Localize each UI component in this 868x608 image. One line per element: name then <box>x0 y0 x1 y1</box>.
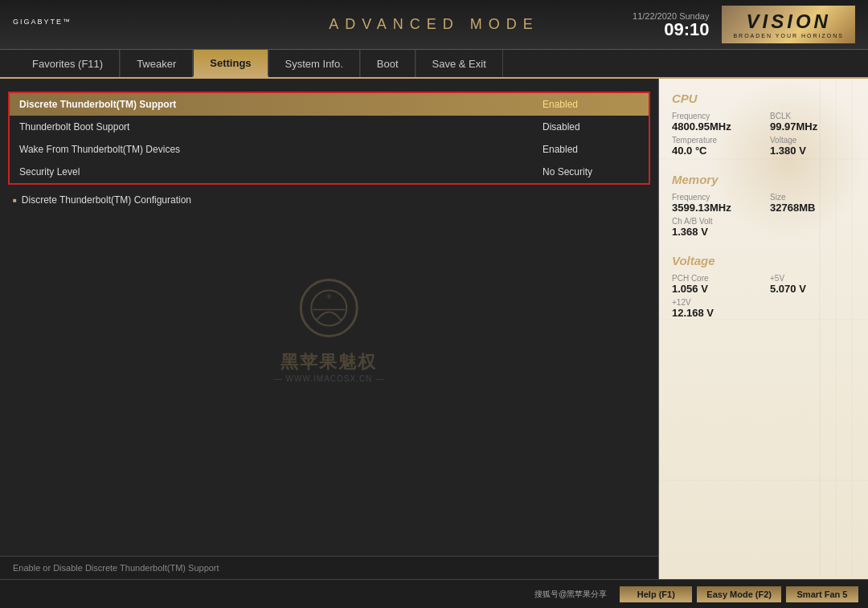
setting-value-wake-thunderbolt: Enabled <box>542 144 639 155</box>
setting-row-thunderbolt-boot[interactable]: Thunderbolt Boot Support Disabled <box>10 116 649 138</box>
tab-system-info[interactable]: System Info. <box>268 50 360 77</box>
cpu-section: CPU Frequency 4800.95MHz BCLK 99.97MHz T… <box>672 92 855 157</box>
voltage-section-title: Voltage <box>672 254 855 267</box>
setting-label-wake-thunderbolt: Wake From Thunderbolt(TM) Devices <box>19 144 542 155</box>
cpu-section-title: CPU <box>672 92 855 105</box>
submenu-thunderbolt-config[interactable]: Discrete Thunderbolt(TM) Configuration <box>0 190 658 210</box>
help-text: Enable or Disable Discrete Thunderbolt(T… <box>0 556 658 579</box>
vision-title: VISION <box>733 10 844 33</box>
logo-text: GIGABYTE <box>13 17 63 25</box>
advanced-mode-title: ADVANCED MODE <box>329 16 539 33</box>
tab-save-exit[interactable]: Save & Exit <box>416 50 503 77</box>
help-button[interactable]: Help (F1) <box>620 586 692 602</box>
setting-row-security-level[interactable]: Security Level No Security <box>10 161 649 183</box>
setting-label-thunderbolt-support: Discrete Thunderbolt(TM) Support <box>19 99 542 110</box>
tab-favorites[interactable]: Favorites (F11) <box>16 50 120 77</box>
header-bar: GIGABYTE™ ADVANCED MODE 11/22/2020 Sunda… <box>0 0 868 50</box>
cpu-bclk-label: BCLK 99.97MHz <box>770 112 855 133</box>
volt-pch-label: PCH Core 1.056 V <box>672 274 757 295</box>
time-display: 09:10 <box>633 21 709 39</box>
setting-value-security-level: No Security <box>542 166 639 178</box>
volt-5v-label: +5V 5.070 V <box>770 274 855 295</box>
mem-volt-label: Ch A/B Volt 1.368 V <box>672 217 855 238</box>
voltage-section: Voltage PCH Core 1.056 V +5V 5.070 V +12… <box>672 254 855 319</box>
setting-value-thunderbolt-boot: Disabled <box>542 121 639 133</box>
smart-fan-button[interactable]: Smart Fan 5 <box>786 586 858 602</box>
main-content: Discrete Thunderbolt(TM) Support Enabled… <box>0 79 868 579</box>
cpu-temp-label: Temperature 40.0 °C <box>672 136 757 157</box>
bios-container: GIGABYTE™ ADVANCED MODE 11/22/2020 Sunda… <box>0 0 868 608</box>
bottom-bar: 搜狐号@黑苹果分享 Help (F1) Easy Mode (F2) Smart… <box>0 579 868 608</box>
setting-label-thunderbolt-boot: Thunderbolt Boot Support <box>19 121 542 133</box>
memory-section-title: Memory <box>672 173 855 186</box>
nav-tabs: Favorites (F11) Tweaker Settings System … <box>0 50 868 79</box>
mem-size-label: Size 32768MB <box>770 193 855 214</box>
tab-boot[interactable]: Boot <box>360 50 416 77</box>
memory-section: Memory Frequency 3599.13MHz Size 32768MB… <box>672 173 855 238</box>
voltage-info-grid: PCH Core 1.056 V +5V 5.070 V +12V 12.168… <box>672 274 855 319</box>
cpu-voltage-label: Voltage 1.380 V <box>770 136 855 157</box>
setting-label-security-level: Security Level <box>19 166 542 178</box>
settings-list: Discrete Thunderbolt(TM) Support Enabled… <box>0 79 658 556</box>
setting-row-thunderbolt-support[interactable]: Discrete Thunderbolt(TM) Support Enabled <box>10 93 649 116</box>
mode-title-text: ADVANCED MODE <box>329 16 539 32</box>
submenu-thunderbolt-config-label: Discrete Thunderbolt(TM) Configuration <box>22 194 191 206</box>
right-panel: CPU Frequency 4800.95MHz BCLK 99.97MHz T… <box>659 79 868 579</box>
vision-logo: VISION BROADEN YOUR HORIZONS <box>722 6 855 43</box>
setting-row-wake-thunderbolt[interactable]: Wake From Thunderbolt(TM) Devices Enable… <box>10 138 649 161</box>
tab-settings[interactable]: Settings <box>193 50 268 77</box>
volt-12v-label: +12V 12.168 V <box>672 298 855 319</box>
vision-subtitle: BROADEN YOUR HORIZONS <box>733 33 844 39</box>
easy-mode-button[interactable]: Easy Mode (F2) <box>697 586 781 602</box>
left-panel: Discrete Thunderbolt(TM) Support Enabled… <box>0 79 659 579</box>
datetime-block: 11/22/2020 Sunday 09:10 <box>633 11 709 39</box>
memory-info-grid: Frequency 3599.13MHz Size 32768MB Ch A/B… <box>672 193 855 238</box>
setting-value-thunderbolt-support: Enabled <box>542 99 639 110</box>
highlighted-settings-group: Discrete Thunderbolt(TM) Support Enabled… <box>8 92 650 185</box>
cpu-freq-label: Frequency 4800.95MHz <box>672 112 757 133</box>
gigabyte-logo: GIGABYTE™ <box>13 14 72 35</box>
bottom-watermark-cn: 搜狐号@黑苹果分享 <box>534 589 615 600</box>
logo-tm: ™ <box>63 17 72 25</box>
header-right: 11/22/2020 Sunday 09:10 VISION BROADEN Y… <box>633 6 855 43</box>
tab-tweaker[interactable]: Tweaker <box>120 50 193 77</box>
cpu-info-grid: Frequency 4800.95MHz BCLK 99.97MHz Tempe… <box>672 112 855 157</box>
mem-freq-label: Frequency 3599.13MHz <box>672 193 757 214</box>
